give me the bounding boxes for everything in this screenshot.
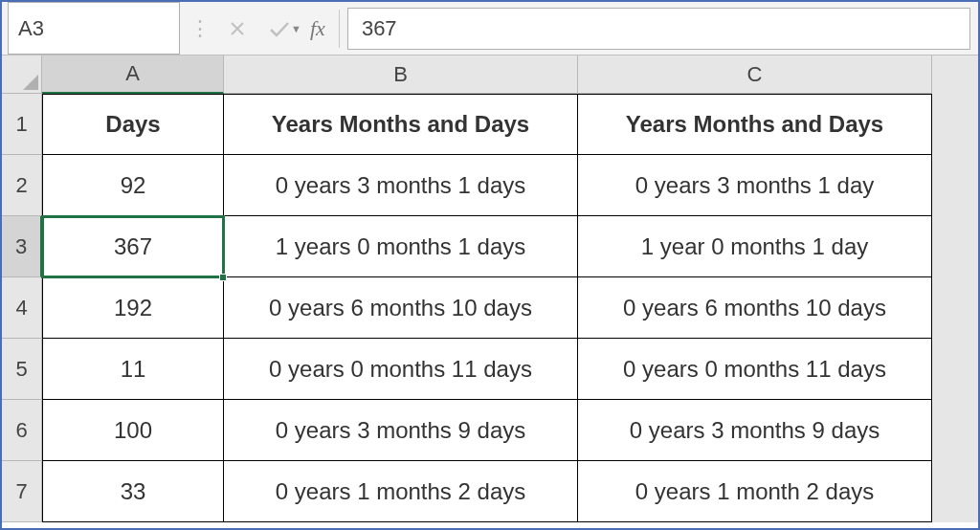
- cell-a7[interactable]: 33: [42, 461, 224, 522]
- cell-a3[interactable]: 367: [42, 216, 224, 277]
- divider: [339, 10, 340, 48]
- enter-check-icon: [258, 8, 301, 50]
- cell-c1[interactable]: Years Months and Days: [578, 94, 932, 155]
- cell-a4[interactable]: 192: [42, 277, 224, 339]
- cell-c2[interactable]: 0 years 3 months 1 day: [578, 155, 932, 216]
- divider-icon: ⋮: [184, 16, 216, 41]
- cell-c4[interactable]: 0 years 6 months 10 days: [578, 277, 932, 339]
- name-box-container[interactable]: ▼: [8, 2, 180, 55]
- formula-bar: ▼ ⋮ fx: [2, 2, 978, 55]
- cell-c5[interactable]: 0 years 0 months 11 days: [578, 339, 932, 400]
- row-header-1[interactable]: 1: [2, 94, 42, 155]
- spreadsheet-grid: A B C 1 Days Years Months and Days Years…: [2, 55, 978, 522]
- cell-b3[interactable]: 1 years 0 months 1 days: [224, 216, 578, 277]
- fill-handle[interactable]: [219, 274, 227, 281]
- cell-value: 367: [114, 233, 152, 260]
- row-header-7[interactable]: 7: [2, 461, 42, 522]
- cell-a6[interactable]: 100: [42, 400, 224, 461]
- cancel-icon: [216, 8, 258, 50]
- row-header-4[interactable]: 4: [2, 277, 42, 339]
- cell-b2[interactable]: 0 years 3 months 1 days: [224, 155, 578, 216]
- column-header-a[interactable]: A: [42, 55, 224, 94]
- cell-b4[interactable]: 0 years 6 months 10 days: [224, 277, 578, 339]
- cell-b6[interactable]: 0 years 3 months 9 days: [224, 400, 578, 461]
- row-header-3[interactable]: 3: [2, 216, 42, 277]
- row-header-5[interactable]: 5: [2, 339, 42, 400]
- cell-b1[interactable]: Years Months and Days: [224, 94, 578, 155]
- cell-b5[interactable]: 0 years 0 months 11 days: [224, 339, 578, 400]
- row-header-2[interactable]: 2: [2, 155, 42, 216]
- select-all-corner[interactable]: [2, 55, 42, 94]
- formula-input[interactable]: [347, 8, 970, 50]
- cell-a1[interactable]: Days: [42, 94, 224, 155]
- cell-c7[interactable]: 0 years 1 month 2 days: [578, 461, 932, 522]
- column-header-c[interactable]: C: [578, 55, 932, 94]
- row-header-6[interactable]: 6: [2, 400, 42, 461]
- cell-a2[interactable]: 92: [42, 155, 224, 216]
- cell-b7[interactable]: 0 years 1 months 2 days: [224, 461, 578, 522]
- cell-a5[interactable]: 11: [42, 339, 224, 400]
- column-header-b[interactable]: B: [224, 55, 578, 94]
- cell-c3[interactable]: 1 year 0 months 1 day: [578, 216, 932, 277]
- cell-c6[interactable]: 0 years 3 months 9 days: [578, 400, 932, 461]
- fx-icon[interactable]: fx: [301, 16, 335, 41]
